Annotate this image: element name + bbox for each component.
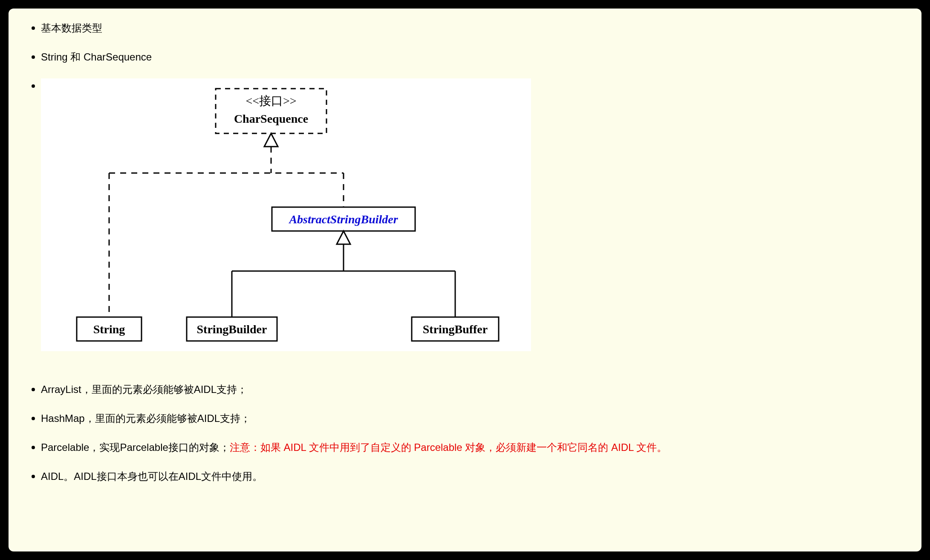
document-page: 基本数据类型 String 和 CharSequence <<接口>> Char… bbox=[9, 9, 921, 551]
arrowhead-icon bbox=[337, 231, 350, 244]
string-label: String bbox=[93, 323, 125, 336]
arrowhead-icon bbox=[264, 133, 278, 147]
list-item: Parcelable，实现Parcelable接口的对象；注意：如果 AIDL … bbox=[26, 440, 904, 455]
bullet-list: 基本数据类型 String 和 CharSequence <<接口>> Char… bbox=[26, 20, 904, 484]
list-item-warning: 注意：如果 AIDL 文件中用到了自定义的 Parcelable 对象，必须新建… bbox=[230, 442, 667, 453]
list-item: HashMap，里面的元素必须能够被AIDL支持； bbox=[26, 411, 904, 426]
list-item-text: String 和 CharSequence bbox=[41, 51, 152, 63]
list-item-text: HashMap，里面的元素必须能够被AIDL支持； bbox=[41, 413, 251, 424]
list-item-text: Parcelable，实现Parcelable接口的对象； bbox=[41, 442, 230, 453]
abstract-class-name: AbstractStringBuilder bbox=[288, 213, 398, 226]
stringbuffer-label: StringBuffer bbox=[423, 323, 488, 336]
list-item: AIDL。AIDL接口本身也可以在AIDL文件中使用。 bbox=[26, 469, 904, 484]
list-item-diagram: <<接口>> CharSequence AbstractStringBuilde… bbox=[26, 78, 904, 351]
list-item-text: ArrayList，里面的元素必须能够被AIDL支持； bbox=[41, 384, 247, 395]
list-item: String 和 CharSequence bbox=[26, 49, 904, 65]
uml-svg: <<接口>> CharSequence AbstractStringBuilde… bbox=[54, 84, 518, 348]
interface-name: CharSequence bbox=[234, 112, 308, 125]
spacer bbox=[26, 365, 904, 382]
list-item: ArrayList，里面的元素必须能够被AIDL支持； bbox=[26, 382, 904, 397]
uml-diagram: <<接口>> CharSequence AbstractStringBuilde… bbox=[41, 78, 531, 351]
list-item: 基本数据类型 bbox=[26, 20, 904, 36]
list-item-text: AIDL。AIDL接口本身也可以在AIDL文件中使用。 bbox=[41, 471, 263, 482]
list-item-text: 基本数据类型 bbox=[41, 22, 102, 34]
stringbuilder-label: StringBuilder bbox=[197, 323, 267, 336]
stereotype-label: <<接口>> bbox=[245, 94, 296, 107]
